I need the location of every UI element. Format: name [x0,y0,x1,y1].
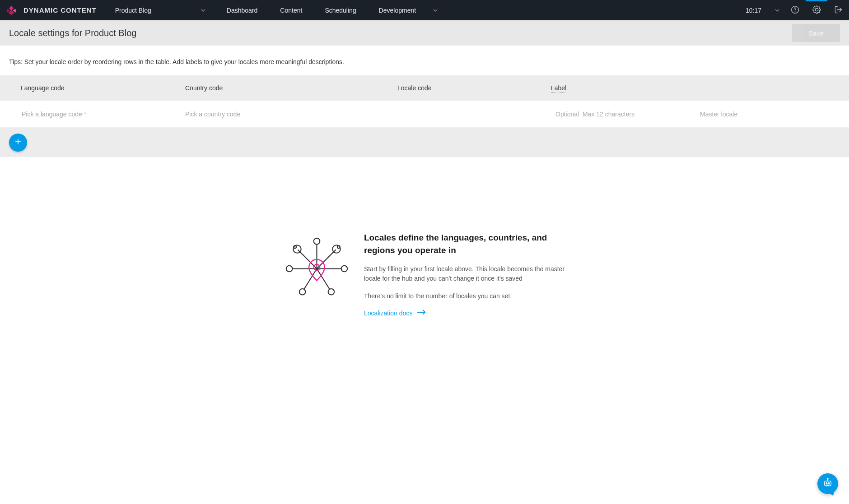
locales-illustration-icon [284,236,350,301]
svg-point-29 [827,478,828,479]
table-header: Language code Country code Locale code L… [0,75,849,101]
svg-point-22 [328,289,335,295]
hub-name: Product Blog [115,7,151,14]
hub-selector[interactable]: Product Blog [105,0,215,20]
settings-button[interactable] [806,0,827,20]
nav-tabs: Dashboard Content Scheduling Development [215,0,449,20]
locale-row: Master locale [0,101,849,128]
save-button[interactable]: Save [792,24,840,42]
nav-right: 10:17 [737,0,849,20]
nav-content[interactable]: Content [269,0,313,20]
country-code-input[interactable] [185,111,397,118]
chat-support-button[interactable] [817,473,838,494]
empty-state: Locales define the languages, countries,… [0,231,849,317]
master-locale-indicator: Master locale [695,111,849,118]
brand-name: DYNAMIC CONTENT [23,6,97,14]
svg-point-26 [826,482,827,484]
svg-line-10 [303,269,317,292]
link-text: Localization docs [364,310,412,317]
column-language: Language code [0,84,185,92]
localization-docs-link[interactable]: Localization docs [364,309,427,317]
svg-point-20 [341,266,348,272]
empty-state-p2: There's no limit to the number of locale… [364,291,565,301]
svg-marker-0 [9,5,14,10]
page-header: Locale settings for Product Blog Save [0,20,849,46]
app-logo-icon [5,5,17,16]
empty-state-p1: Start by filling in your first locale ab… [364,264,565,283]
help-icon [791,5,799,15]
svg-point-23 [314,238,320,245]
chevron-down-icon [433,9,438,12]
label-input[interactable] [555,111,695,118]
help-button[interactable] [784,0,806,20]
empty-state-title: Locales define the languages, countries,… [364,231,565,256]
gear-icon [812,5,821,15]
time-value: 10:17 [746,7,761,14]
nav-development[interactable]: Development [368,0,449,20]
nav-label: Dashboard [227,7,258,14]
nav-dashboard[interactable]: Dashboard [215,0,269,20]
add-locale-button[interactable] [9,134,27,152]
nav-label: Development [379,7,416,14]
column-country: Country code [185,84,397,92]
column-label-text: Label [551,84,566,92]
svg-point-21 [299,289,306,295]
page-title: Locale settings for Product Blog [9,28,136,38]
time-selector[interactable]: 10:17 [737,0,784,20]
brand: DYNAMIC CONTENT [0,0,105,20]
arrow-right-icon [412,309,427,317]
logout-button[interactable] [827,0,849,20]
plus-icon [14,138,22,147]
svg-point-27 [828,482,830,484]
column-locale: Locale code [397,84,551,92]
chevron-down-icon [775,9,779,12]
svg-point-5 [794,11,795,12]
chevron-down-icon [201,9,205,12]
tips-text: Tips: Set your locale order by reorderin… [0,46,849,75]
nav-scheduling[interactable]: Scheduling [313,0,367,20]
nav-label: Content [280,7,302,14]
nav-label: Scheduling [325,7,356,14]
logout-icon [834,5,843,15]
language-code-input[interactable] [22,111,185,118]
svg-line-11 [317,269,331,292]
column-label: Label [551,84,695,92]
svg-point-19 [286,266,293,272]
top-nav: DYNAMIC CONTENT Product Blog Dashboard C… [0,0,849,20]
chatbot-icon [822,477,834,490]
add-row-bar [0,128,849,157]
